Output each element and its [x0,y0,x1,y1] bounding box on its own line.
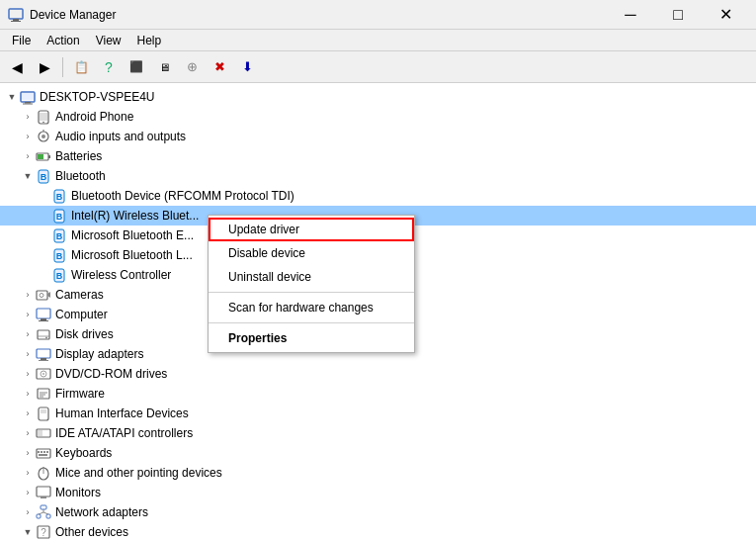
expand-cameras[interactable]: › [20,287,36,303]
svg-text:B: B [56,251,63,261]
device-tree[interactable]: ▼ DESKTOP-VSPEE4U › Andro [0,83,756,541]
expand-intel-bt[interactable] [36,208,51,224]
tree-item-network[interactable]: › Network adapters [0,502,756,522]
expand-keyboards[interactable]: › [20,445,36,461]
tree-item-batteries[interactable]: › Batteries [0,146,756,166]
toolbar-forward[interactable]: ▶ [32,54,57,80]
context-menu: Update driver Disable device Uninstall d… [208,215,415,353]
ctx-disable-device[interactable]: Disable device [209,241,414,265]
expand-ms-bt-l[interactable] [36,247,51,263]
expand-android[interactable]: › [20,109,36,125]
menu-file[interactable]: File [4,32,39,49]
tree-item-other[interactable]: ▼ ? Other devices [0,522,756,541]
icon-ms-bt-l: B [51,247,67,263]
label-disk: Disk drives [55,327,114,341]
icon-mice [36,465,51,481]
icon-firmware [36,386,51,402]
svg-rect-15 [38,154,43,159]
toolbar-computer[interactable]: 🖥 [151,54,177,80]
label-firmware: Firmware [55,387,105,401]
tree-item-mice[interactable]: › Mice and other pointing devices [0,463,756,483]
tree-item-ide[interactable]: › IDE ATA/ATAPI controllers [0,423,756,443]
expand-root[interactable]: ▼ [4,89,20,105]
expand-ide[interactable]: › [20,425,36,441]
icon-intel-bt: B [51,208,67,224]
svg-rect-31 [37,309,50,318]
toolbar-properties[interactable]: 📋 [68,54,94,80]
label-cameras: Cameras [55,288,104,302]
icon-keyboards [36,445,51,461]
svg-rect-61 [41,496,46,498]
expand-mice[interactable]: › [20,465,36,481]
menu-view[interactable]: View [88,32,129,49]
svg-rect-6 [22,93,34,100]
icon-dvd [36,366,51,382]
expand-hid[interactable]: › [20,406,36,421]
svg-point-59 [42,467,44,469]
toolbar-remove[interactable]: ✖ [207,54,232,80]
svg-rect-39 [39,360,48,361]
tree-item-root[interactable]: ▼ DESKTOP-VSPEE4U [0,87,756,107]
label-display: Display adapters [55,347,143,361]
tree-item-dvd[interactable]: › DVD/CD-ROM drives [0,364,756,384]
expand-other[interactable]: ▼ [20,524,36,540]
expand-ms-bt-e[interactable] [36,227,51,243]
expand-dvd[interactable]: › [20,366,36,382]
expand-wireless-ctrl[interactable] [36,267,51,283]
close-button[interactable]: ✕ [703,0,748,30]
tree-item-hid[interactable]: › Human Interface Devices [0,404,756,423]
label-dvd: DVD/CD-ROM drives [55,367,167,381]
ctx-update-driver[interactable]: Update driver [209,218,414,241]
svg-rect-37 [37,349,50,358]
expand-disk[interactable]: › [20,326,36,342]
label-monitors: Monitors [55,486,101,499]
svg-point-42 [42,373,44,375]
expand-bt-rfcomm[interactable] [36,188,51,204]
expand-computer[interactable]: › [20,307,36,322]
icon-disk [36,326,51,342]
icon-display [36,346,51,362]
menu-help[interactable]: Help [129,32,170,49]
tree-item-bt-rfcomm[interactable]: B Bluetooth Device (RFCOMM Protocol TDI) [0,186,756,206]
minimize-button[interactable]: ─ [608,0,653,30]
ctx-uninstall-device[interactable]: Uninstall device [209,265,414,289]
svg-point-9 [42,122,44,124]
label-ms-bt-e: Microsoft Bluetooth E... [71,228,194,242]
expand-display[interactable]: › [20,346,36,362]
svg-point-36 [45,337,47,339]
toolbar-back[interactable]: ◀ [4,54,30,80]
icon-hid [36,406,51,421]
maximize-button[interactable]: □ [655,0,701,30]
expand-bluetooth[interactable]: ▼ [20,168,36,184]
toolbar: ◀ ▶ 📋 ? ⬛ 🖥 ⊕ ✖ ⬇ [0,51,756,83]
toolbar-update[interactable]: ⬛ [124,54,149,80]
ctx-properties[interactable]: Properties [209,326,414,350]
svg-rect-4 [25,102,31,104]
label-mice: Mice and other pointing devices [55,466,222,480]
toolbar-scan[interactable]: ⬇ [234,54,260,80]
expand-batteries[interactable]: › [20,148,36,164]
expand-audio[interactable]: › [20,129,36,144]
tree-item-keyboards[interactable]: › Keyboards [0,443,756,463]
svg-rect-51 [37,449,50,458]
tree-item-firmware[interactable]: › Firmware [0,384,756,404]
svg-rect-28 [37,291,47,300]
svg-text:?: ? [41,527,46,538]
tree-item-monitors[interactable]: › Monitors [0,483,756,502]
toolbar-add[interactable]: ⊕ [179,54,205,80]
expand-monitors[interactable]: › [20,485,36,500]
menu-action[interactable]: Action [39,32,87,49]
icon-bluetooth: B [36,168,51,184]
svg-rect-32 [41,318,46,320]
label-android: Android Phone [55,110,133,124]
tree-item-bluetooth[interactable]: ▼ B Bluetooth [0,166,756,186]
tree-item-audio[interactable]: › Audio inputs and outputs [0,127,756,146]
toolbar-help[interactable]: ? [96,54,122,80]
svg-rect-1 [13,19,19,21]
expand-network[interactable]: › [20,504,36,520]
window-controls: ─ □ ✕ [608,0,748,30]
expand-firmware[interactable]: › [20,386,36,402]
ctx-scan-hardware[interactable]: Scan for hardware changes [209,296,414,319]
ctx-separator-1 [209,292,414,293]
tree-item-android[interactable]: › Android Phone [0,107,756,127]
